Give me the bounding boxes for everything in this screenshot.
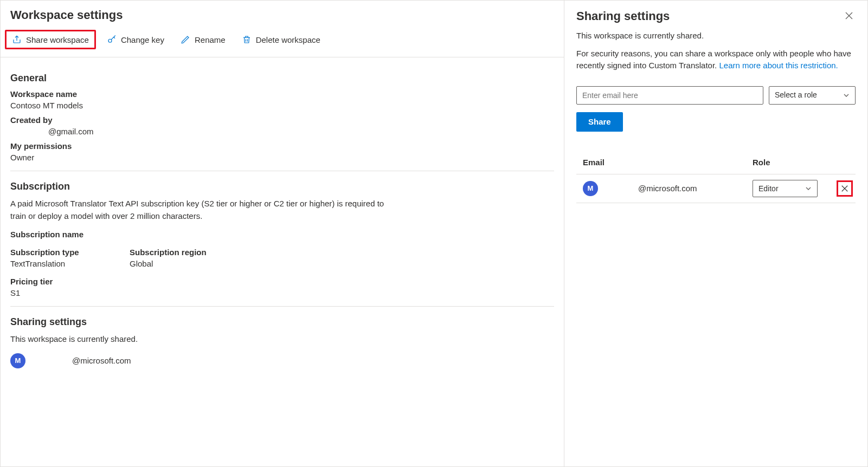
close-icon	[841, 185, 848, 192]
sharing-panel: Sharing settings This workspace is curre…	[564, 1, 867, 466]
row-role-label: Editor	[758, 183, 779, 194]
rename-button[interactable]: Rename	[175, 31, 231, 48]
permissions-label: My permissions	[10, 141, 554, 151]
email-input[interactable]	[576, 86, 763, 105]
share-workspace-button[interactable]: Share workspace	[5, 30, 96, 49]
panel-status-text: This workspace is currently shared.	[576, 30, 856, 42]
toolbar: Share workspace Change key Rename Delete…	[1, 28, 564, 57]
created-by-label: Created by	[10, 115, 554, 125]
divider	[10, 306, 554, 307]
pricing-tier-label: Pricing tier	[10, 277, 554, 286]
subscription-type-value: TextTranslation	[10, 259, 97, 268]
page-title: Workspace settings	[1, 1, 564, 28]
avatar: M	[10, 353, 25, 368]
shared-user-email: @microsoft.com	[34, 356, 131, 365]
avatar: M	[583, 181, 598, 196]
share-icon	[12, 35, 22, 44]
pencil-icon	[181, 35, 190, 44]
change-key-button[interactable]: Change key	[101, 31, 170, 48]
workspace-name-value: Contoso MT models	[10, 101, 554, 110]
remove-user-button[interactable]	[837, 180, 853, 197]
role-select[interactable]: Select a role	[769, 86, 856, 105]
learn-more-link[interactable]: Learn more about this restriction.	[719, 61, 838, 70]
permissions-value: Owner	[10, 153, 554, 162]
subscription-desc: A paid Microsoft Translator Text API sub…	[10, 198, 401, 222]
chevron-down-icon	[805, 185, 812, 192]
pricing-tier-value: S1	[10, 288, 554, 297]
chevron-down-icon	[843, 92, 850, 99]
close-icon	[845, 11, 853, 20]
content-scroll: General Workspace name Contoso MT models…	[1, 57, 564, 379]
share-workspace-label: Share workspace	[26, 35, 89, 44]
shared-user-row: M @microsoft.com	[10, 353, 554, 368]
delete-workspace-button[interactable]: Delete workspace	[236, 31, 326, 48]
rename-label: Rename	[195, 35, 226, 44]
role-column-header: Role	[753, 157, 834, 169]
subscription-region-label: Subscription region	[130, 248, 216, 257]
key-icon	[107, 35, 117, 44]
subscription-region-value: Global	[130, 259, 216, 268]
subscription-name-label: Subscription name	[10, 230, 554, 239]
close-panel-button[interactable]	[843, 9, 856, 22]
email-column-header: Email	[576, 157, 753, 169]
sharing-header: Sharing settings	[10, 316, 554, 328]
role-select-label: Select a role	[775, 89, 817, 101]
workspace-name-label: Workspace name	[10, 89, 554, 99]
delete-workspace-label: Delete workspace	[256, 35, 320, 44]
row-email: @microsoft.com	[606, 183, 697, 195]
general-header: General	[10, 73, 554, 84]
share-table: Email Role M @microsoft.com Editor	[576, 151, 856, 204]
main-content: Workspace settings Share workspace Chang…	[1, 1, 564, 466]
change-key-label: Change key	[121, 35, 164, 44]
subscription-type-label: Subscription type	[10, 248, 97, 257]
panel-title: Sharing settings	[576, 9, 670, 23]
trash-icon	[242, 35, 252, 44]
row-role-select[interactable]: Editor	[753, 180, 818, 197]
divider	[10, 171, 554, 171]
subscription-header: Subscription	[10, 181, 554, 192]
table-row: M @microsoft.com Editor	[576, 174, 856, 203]
sharing-status-text: This workspace is currently shared.	[10, 333, 401, 346]
share-button[interactable]: Share	[576, 112, 623, 132]
created-by-value: @gmail.com	[10, 127, 554, 136]
